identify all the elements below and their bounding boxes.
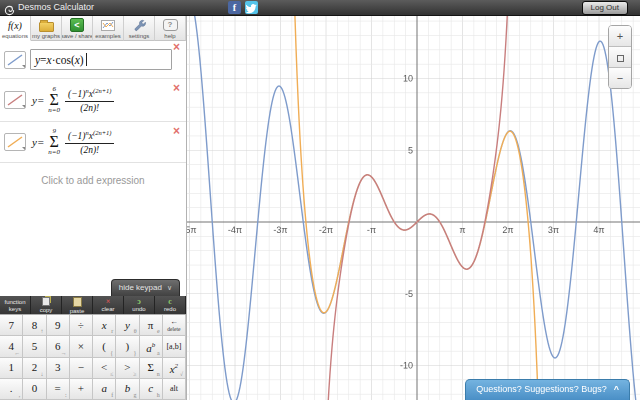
redo-button[interactable]: credo — [155, 296, 186, 315]
key-÷[interactable]: ÷ — [70, 315, 93, 336]
twitter-icon[interactable] — [245, 1, 258, 14]
key-7[interactable]: 7 — [0, 315, 23, 336]
delete-expression-button[interactable]: × — [173, 42, 180, 52]
key-label: . — [10, 383, 13, 394]
key-label: × — [78, 341, 84, 352]
function-button[interactable]: function keys — [0, 296, 31, 315]
logout-button[interactable]: Log Out — [582, 1, 628, 15]
zoom-in-button[interactable]: + — [609, 26, 631, 47]
caret-up-icon: ^ — [614, 384, 619, 394]
key-π[interactable]: πe — [140, 315, 163, 336]
key-secondary-label: } — [134, 350, 137, 356]
equations-icon: f(x) — [8, 18, 22, 32]
expression-input[interactable]: y=x·cos(x) — [30, 49, 172, 70]
wrench-icon — [133, 18, 146, 32]
expression-2-math: y= 6 Σ n=0 (−1)nx(2n+1) (2n)! — [32, 86, 114, 114]
tab-examples[interactable]: examples — [93, 16, 124, 41]
key-x[interactable]: xr — [93, 315, 116, 336]
zoom-default-button[interactable] — [609, 47, 631, 68]
add-expression-area[interactable]: Click to add expression — [0, 163, 186, 186]
graph-region: + − Questions? Suggestions? Bugs?^ — [187, 16, 640, 400]
desmos-calculator-app: Desmos Calculator f Log Out f(x) equatio… — [0, 0, 640, 400]
key-8[interactable]: 8↑ — [23, 315, 46, 336]
line-style-swatch[interactable] — [4, 91, 26, 109]
keypad-grid: 78↑9÷xryθπe←delete4←56→×({)}aba[a,b]12↓3… — [0, 314, 186, 400]
share-icon: < — [70, 18, 84, 32]
key-)[interactable]: )} — [116, 336, 139, 357]
key-label: 7 — [8, 320, 14, 331]
delete-expression-button[interactable]: × — [173, 83, 180, 93]
tab-settings[interactable]: settings — [124, 16, 155, 41]
expr-text-part: ) — [80, 54, 84, 66]
key-secondary-label: h — [157, 392, 160, 398]
key-alt[interactable]: alt — [163, 379, 186, 400]
paste-icon — [73, 297, 82, 307]
key-3[interactable]: 3 — [47, 358, 70, 379]
key-square[interactable]: x2√ — [163, 358, 186, 379]
key-secondary-label: ≤ — [110, 371, 113, 377]
key-<[interactable]: <≤ — [93, 358, 116, 379]
key-interval[interactable]: [a,b] — [163, 336, 186, 357]
key-5[interactable]: 5 — [23, 336, 46, 357]
key-secondary-label: √ — [180, 371, 183, 377]
key-secondary-label: f — [111, 392, 113, 398]
tab-my-graphs[interactable]: my graphs — [31, 16, 62, 41]
sidebar: f(x) equations my graphs < save / share … — [0, 16, 187, 400]
key-2[interactable]: 2↓ — [23, 358, 46, 379]
expression-row-2[interactable]: y= 6 Σ n=0 (−1)nx(2n+1) (2n)! × — [0, 79, 186, 122]
key-label: y — [125, 320, 130, 331]
chevron-down-icon: ∨ — [167, 284, 172, 291]
key-a[interactable]: af — [93, 379, 116, 400]
key-6[interactable]: 6→ — [47, 336, 70, 357]
tab-help[interactable]: ? help — [155, 16, 186, 41]
key-+[interactable]: + — [70, 379, 93, 400]
key-label: 6 — [55, 341, 61, 352]
key-sum[interactable]: Σn — [140, 358, 163, 379]
sigma-notation: 6 Σ n=0 — [48, 86, 60, 114]
copy-button[interactable]: copy — [31, 296, 62, 315]
folder-icon — [39, 22, 54, 32]
key-9[interactable]: 9 — [47, 315, 70, 336]
paste-button[interactable]: paste — [62, 296, 93, 315]
key-×[interactable]: × — [70, 336, 93, 357]
line-style-swatch[interactable] — [4, 51, 26, 69]
key-b[interactable]: bg — [116, 379, 139, 400]
key->[interactable]: >≥ — [116, 358, 139, 379]
redo-icon: c — [168, 298, 172, 306]
key-−[interactable]: − — [70, 358, 93, 379]
line-style-swatch[interactable] — [4, 133, 26, 151]
zoom-controls: + − — [608, 25, 632, 89]
key-caption: delete — [167, 326, 180, 332]
app-title: Desmos Calculator — [18, 0, 94, 15]
key-1[interactable]: 1 — [0, 358, 23, 379]
expression-row-3[interactable]: y= 9 Σ n=0 (−1)nx(2n+1) (2n)! × — [0, 122, 186, 163]
key-label: x — [102, 320, 107, 331]
key-secondary-label: , — [19, 392, 21, 398]
undo-icon: ɔ — [137, 298, 141, 306]
expression-3-math: y= 9 Σ n=0 (−1)nx(2n+1) (2n)! — [32, 128, 114, 156]
key-4[interactable]: 4← — [0, 336, 23, 357]
feedback-button[interactable]: Questions? Suggestions? Bugs?^ — [465, 379, 630, 400]
key-0[interactable]: 0 — [23, 379, 46, 400]
key-power[interactable]: aba — [140, 336, 163, 357]
tab-save-share[interactable]: < save / share — [62, 16, 93, 41]
key-label: ( — [102, 341, 106, 352]
key-=[interactable]: =: — [47, 379, 70, 400]
command-label: function keys — [0, 299, 30, 312]
clear-button[interactable]: ×clear — [93, 296, 124, 315]
key-.[interactable]: ., — [0, 379, 23, 400]
zoom-out-button[interactable]: − — [609, 68, 631, 88]
expression-row-1[interactable]: y=x·cos(x) × — [0, 41, 186, 79]
text-cursor — [86, 53, 87, 66]
key-([interactable]: ({ — [93, 336, 116, 357]
hide-keypad-button[interactable]: hide keypad∨ — [111, 279, 180, 296]
facebook-icon[interactable]: f — [228, 1, 241, 14]
undo-button[interactable]: ɔundo — [124, 296, 155, 315]
key-c[interactable]: ch — [140, 379, 163, 400]
key-label: + — [78, 383, 84, 394]
key-y[interactable]: yθ — [116, 315, 139, 336]
key-delete[interactable]: ←delete — [163, 315, 186, 336]
command-label: copy — [40, 307, 53, 314]
graph-canvas[interactable] — [187, 16, 640, 400]
delete-expression-button[interactable]: × — [173, 126, 180, 136]
